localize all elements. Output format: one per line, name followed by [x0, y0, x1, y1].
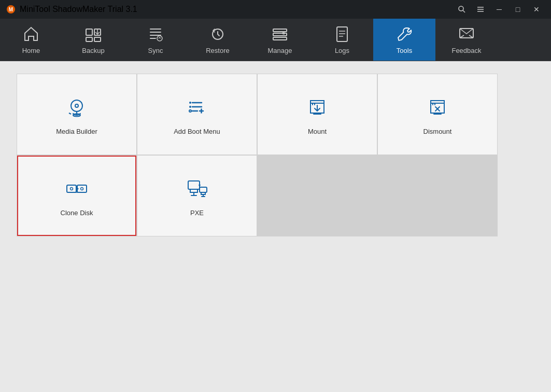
tool-card-dismount[interactable]: Dismount [378, 74, 497, 155]
svg-rect-10 [94, 37, 101, 41]
svg-rect-37 [67, 185, 76, 192]
tool-card-media-builder[interactable]: Media Builder [17, 74, 136, 155]
svg-rect-15 [273, 37, 287, 40]
tool-clone-disk-label: Clone Disk [61, 209, 93, 217]
nav-item-restore[interactable]: Restore [187, 19, 249, 61]
svg-rect-9 [86, 37, 92, 41]
nav-item-home[interactable]: Home [0, 19, 62, 61]
svg-point-2 [459, 6, 463, 11]
svg-line-3 [463, 10, 465, 12]
app-title: MiniTool ShadowMaker Trial 3.1 [20, 5, 137, 14]
close-button[interactable]: ✕ [528, 3, 545, 16]
nav-item-tools[interactable]: Tools [373, 19, 435, 61]
titlebar: M MiniTool ShadowMaker Trial 3.1 ─ □ ✕ [0, 0, 551, 19]
maximize-button[interactable]: □ [510, 3, 526, 16]
nav-item-sync[interactable]: Sync [124, 19, 187, 61]
nav-home-label: Home [22, 47, 40, 54]
tool-media-builder-label: Media Builder [56, 128, 97, 135]
nav-item-manage[interactable]: Manage [249, 19, 311, 61]
navbar: Home Backup Sync Restore [0, 19, 551, 61]
minimize-button[interactable]: ─ [491, 3, 507, 16]
tool-add-boot-menu-label: Add Boot Menu [174, 128, 220, 135]
nav-item-feedback[interactable]: Feedback [435, 19, 498, 61]
titlebar-controls: ─ □ ✕ [454, 3, 545, 16]
svg-rect-45 [200, 187, 207, 192]
menu-button[interactable] [472, 3, 489, 16]
tool-card-mount[interactable]: Mount [258, 74, 377, 155]
svg-rect-13 [273, 29, 287, 32]
svg-text:M: M [9, 7, 13, 12]
titlebar-left: M MiniTool ShadowMaker Trial 3.1 [6, 5, 137, 14]
content-area: Media Builder Add Boot Menu [0, 61, 551, 392]
svg-rect-42 [188, 181, 200, 189]
tool-pxe-label: PXE [190, 209, 204, 217]
svg-point-40 [81, 188, 83, 190]
nav-backup-label: Backup [82, 47, 104, 54]
nav-item-backup[interactable]: Backup [62, 19, 124, 61]
nav-logs-label: Logs [335, 47, 349, 54]
tools-grid: Media Builder Add Boot Menu [17, 74, 498, 236]
nav-restore-label: Restore [206, 47, 230, 54]
tool-card-pxe[interactable]: PXE [137, 156, 257, 236]
svg-point-38 [70, 188, 73, 190]
nav-feedback-label: Feedback [451, 47, 481, 54]
svg-rect-7 [86, 29, 92, 35]
svg-rect-17 [337, 27, 347, 41]
tool-dismount-label: Dismount [423, 128, 452, 135]
svg-point-28 [189, 102, 191, 104]
svg-point-22 [71, 100, 82, 111]
tool-card-clone-disk[interactable]: Clone Disk [17, 156, 136, 236]
nav-tools-label: Tools [397, 47, 412, 54]
app-logo-icon: M [6, 5, 16, 14]
tool-mount-label: Mount [308, 128, 327, 135]
nav-sync-label: Sync [148, 47, 163, 54]
svg-point-23 [75, 104, 78, 107]
svg-point-30 [189, 110, 191, 112]
svg-point-29 [189, 106, 191, 108]
tool-card-add-boot-menu[interactable]: Add Boot Menu [137, 74, 257, 155]
nav-item-logs[interactable]: Logs [311, 19, 373, 61]
nav-manage-label: Manage [268, 47, 292, 54]
svg-point-11 [157, 36, 162, 41]
search-button[interactable] [454, 3, 470, 16]
